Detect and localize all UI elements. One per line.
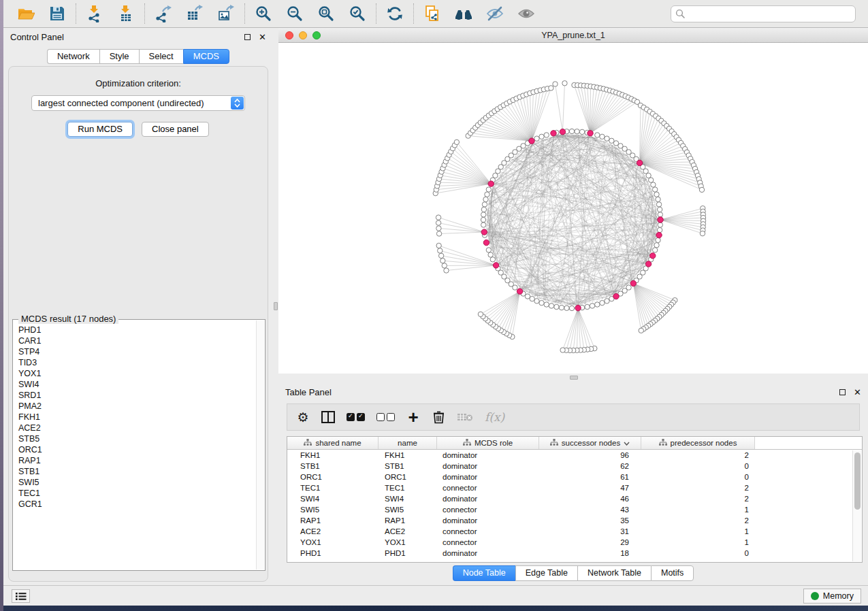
table-cell[interactable]: YOX1 xyxy=(379,538,437,546)
table-cell[interactable]: ORC1 xyxy=(287,473,379,481)
show-column-panel-icon[interactable] xyxy=(321,409,335,425)
mcds-result-item[interactable]: RAP1 xyxy=(18,455,255,466)
table-row[interactable]: RAP1RAP1dominator352 xyxy=(287,515,862,526)
zoom-in-icon[interactable] xyxy=(253,3,274,24)
table-cell[interactable]: PHD1 xyxy=(287,549,379,557)
table-cell[interactable]: 2 xyxy=(641,495,755,503)
table-cell[interactable]: STB1 xyxy=(287,462,379,470)
tab-select[interactable]: Select xyxy=(139,49,183,64)
table-cell[interactable]: SWI4 xyxy=(287,495,379,503)
close-panel-icon[interactable]: ✕ xyxy=(259,34,266,40)
table-settings-icon[interactable]: ⚙ xyxy=(296,409,310,425)
table-cell[interactable]: 96 xyxy=(539,451,641,459)
table-cell[interactable]: FKH1 xyxy=(379,451,437,459)
mcds-result-item[interactable]: FKH1 xyxy=(18,412,255,423)
table-cell[interactable]: RAP1 xyxy=(287,516,379,525)
export-table-icon[interactable] xyxy=(184,3,205,24)
tab-network[interactable]: Network xyxy=(47,49,99,64)
column-header-predecessor-nodes[interactable]: predecessor nodes xyxy=(641,437,755,449)
table-cell[interactable]: 62 xyxy=(539,462,641,470)
zoom-out-icon[interactable] xyxy=(285,3,305,24)
mcds-result-item[interactable]: CAR1 xyxy=(18,335,255,346)
table-cell[interactable]: dominator xyxy=(437,462,539,470)
function-builder-icon[interactable]: f(x) xyxy=(485,409,504,425)
table-row[interactable]: TEC1TEC1connector472 xyxy=(287,482,862,493)
mcds-result-item[interactable]: YOX1 xyxy=(18,368,255,379)
table-cell[interactable]: connector xyxy=(437,506,539,514)
table-cell[interactable]: STB1 xyxy=(379,462,437,470)
column-header-mcds-role[interactable]: MCDS role xyxy=(437,437,539,449)
table-cell[interactable]: 2 xyxy=(641,516,755,525)
table-scrollbar-thumb[interactable] xyxy=(854,452,861,510)
column-header-shared-name[interactable]: shared name xyxy=(287,437,379,449)
table-cell[interactable]: dominator xyxy=(437,549,539,557)
node-table-header[interactable]: shared namenameMCDS rolesuccessor nodesp… xyxy=(287,437,862,450)
table-cell[interactable]: 0 xyxy=(641,473,755,481)
mcds-result-item[interactable]: STB5 xyxy=(18,433,255,444)
mcds-result-item[interactable]: ORC1 xyxy=(18,444,255,455)
mcds-result-item[interactable]: SRD1 xyxy=(18,390,255,401)
close-panel-button[interactable]: Close panel xyxy=(142,122,209,137)
close-panel-icon[interactable]: ✕ xyxy=(854,389,861,395)
table-row[interactable]: SWI4SWI4dominator462 xyxy=(287,493,862,504)
mcds-result-item[interactable]: ACE2 xyxy=(18,423,255,433)
export-image-icon[interactable] xyxy=(216,3,236,24)
table-cell[interactable]: 47 xyxy=(539,484,641,492)
table-cell[interactable]: SWI5 xyxy=(287,506,379,514)
run-mcds-button[interactable]: Run MCDS xyxy=(67,122,133,137)
table-cell[interactable]: 46 xyxy=(539,495,641,503)
delete-table-icon[interactable] xyxy=(457,409,473,425)
task-history-button[interactable] xyxy=(12,589,30,603)
table-row[interactable]: STB1STB1dominator620 xyxy=(287,461,862,472)
float-panel-icon[interactable] xyxy=(839,389,846,395)
table-cell[interactable]: ACE2 xyxy=(379,527,437,535)
delete-column-icon[interactable] xyxy=(432,409,445,425)
create-column-icon[interactable]: + xyxy=(406,409,420,425)
mcds-result-list[interactable]: PHD1CAR1STP4TID3YOX1SWI4SRD1PMA2FKH1ACE2… xyxy=(13,322,255,569)
tab-motifs[interactable]: Motifs xyxy=(651,565,694,581)
mcds-result-item[interactable]: TID3 xyxy=(18,357,255,368)
table-row[interactable]: ACE2ACE2connector311 xyxy=(287,526,862,537)
mcds-result-item[interactable]: GCR1 xyxy=(18,499,255,510)
network-window-titlebar[interactable]: YPA_prune.txt_1 xyxy=(278,28,868,43)
mcds-result-item[interactable]: STP4 xyxy=(18,346,255,357)
float-panel-icon[interactable] xyxy=(244,34,251,40)
table-cell[interactable]: 2 xyxy=(641,451,755,459)
zoom-selected-icon[interactable] xyxy=(347,3,368,24)
table-cell[interactable]: RAP1 xyxy=(379,516,437,525)
table-row[interactable]: ORC1ORC1dominator610 xyxy=(287,472,862,482)
table-row[interactable]: PHD1PHD1dominator180 xyxy=(287,548,862,559)
table-cell[interactable]: YOX1 xyxy=(287,538,379,546)
mcds-result-item[interactable]: PHD1 xyxy=(18,325,255,335)
table-cell[interactable]: SWI5 xyxy=(379,506,437,514)
mcds-result-item[interactable]: SWI4 xyxy=(18,379,255,390)
column-header-successor-nodes[interactable]: successor nodes xyxy=(539,437,641,449)
first-neighbors-icon[interactable] xyxy=(453,3,474,24)
save-session-icon[interactable] xyxy=(47,3,67,24)
show-all-icon[interactable] xyxy=(516,3,536,24)
column-header-name[interactable]: name xyxy=(379,437,437,449)
mcds-result-item[interactable]: SWI5 xyxy=(18,477,255,488)
table-scrollbar[interactable] xyxy=(852,450,861,561)
mcds-result-item[interactable]: TEC1 xyxy=(18,488,255,499)
tab-mcds[interactable]: MCDS xyxy=(183,49,229,64)
clone-network-icon[interactable] xyxy=(422,3,443,24)
table-cell[interactable]: ORC1 xyxy=(379,473,437,481)
zoom-fit-icon[interactable] xyxy=(316,3,336,24)
table-cell[interactable]: 1 xyxy=(641,527,755,535)
table-cell[interactable]: connector xyxy=(437,527,539,535)
table-cell[interactable]: 61 xyxy=(539,473,641,481)
import-network-icon[interactable] xyxy=(84,3,105,24)
table-cell[interactable]: 31 xyxy=(539,527,641,535)
table-cell[interactable]: 1 xyxy=(641,538,755,546)
table-cell[interactable]: 43 xyxy=(539,506,641,514)
select-all-checkboxes-icon[interactable] xyxy=(347,409,365,425)
table-cell[interactable]: dominator xyxy=(437,495,539,503)
tab-network-table[interactable]: Network Table xyxy=(577,565,651,581)
hide-selected-icon[interactable] xyxy=(485,3,505,24)
table-cell[interactable]: PHD1 xyxy=(379,549,437,557)
optimization-criterion-select[interactable]: largest connected component (undirected) xyxy=(31,95,245,111)
table-cell[interactable]: dominator xyxy=(437,473,539,481)
table-cell[interactable]: ACE2 xyxy=(287,527,379,535)
deselect-all-checkboxes-icon[interactable] xyxy=(376,409,395,425)
